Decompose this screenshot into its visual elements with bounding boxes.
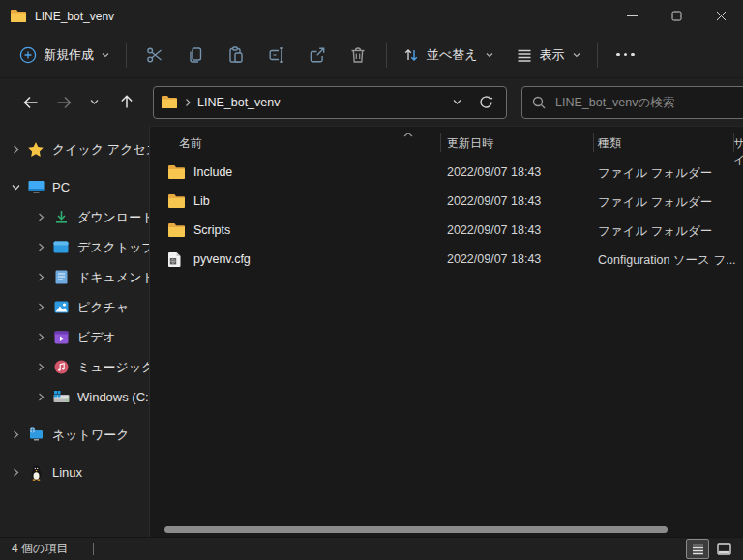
search-box[interactable] — [521, 86, 743, 119]
sidebar-item-videos[interactable]: ビデオ — [0, 322, 149, 352]
sidebar-item-downloads[interactable]: ダウンロード — [0, 202, 149, 232]
refresh-button[interactable] — [473, 90, 498, 115]
cut-button[interactable] — [134, 38, 175, 73]
sidebar-item-windows-c[interactable]: Windows (C:) — [0, 382, 149, 412]
maximize-button[interactable] — [654, 0, 698, 32]
address-folder-icon — [162, 96, 177, 108]
sidebar-item-linux[interactable]: Linux — [0, 457, 149, 487]
file-row-scripts[interactable]: Scripts 2022/09/07 18:43 ファイル フォルダー — [150, 217, 743, 246]
videos-icon — [52, 331, 70, 344]
chevron-down-icon — [101, 50, 110, 60]
paste-button[interactable] — [216, 38, 256, 73]
file-list-pane: 名前 更新日時 種類 サイ Include 2022/09/07 18:43 フ… — [150, 126, 743, 537]
breadcrumb-chevron-icon — [184, 98, 192, 107]
sidebar-item-quick-access[interactable]: クイック アクセス — [0, 134, 149, 164]
paste-icon — [226, 45, 246, 65]
drive-icon — [52, 391, 70, 403]
horizontal-scrollbar-thumb[interactable] — [164, 526, 668, 533]
column-header-type[interactable]: 種類 — [598, 135, 621, 152]
sidebar-item-label: Linux — [52, 465, 82, 480]
search-input[interactable] — [555, 96, 737, 109]
chevron-right-icon[interactable] — [33, 243, 48, 251]
sidebar-item-label: ネットワーク — [52, 427, 130, 444]
file-row-lib[interactable]: Lib 2022/09/07 18:43 ファイル フォルダー — [150, 188, 743, 217]
file-rows: Include 2022/09/07 18:43 ファイル フォルダー Lib … — [150, 159, 743, 275]
plus-circle-icon — [19, 46, 37, 64]
scissors-icon — [145, 45, 164, 65]
linux-penguin-icon — [27, 465, 45, 481]
see-more-button[interactable] — [606, 38, 646, 73]
sidebar-item-label: Windows (C:) — [77, 390, 150, 404]
copy-button[interactable] — [175, 38, 216, 73]
chevron-right-icon[interactable] — [8, 468, 23, 477]
file-name[interactable]: Lib — [193, 194, 210, 208]
chevron-right-icon[interactable] — [33, 213, 48, 221]
close-button[interactable] — [698, 0, 743, 32]
sidebar-item-music[interactable]: ミュージック — [0, 352, 149, 382]
large-thumbnails-view-toggle[interactable] — [712, 539, 735, 559]
column-resize-handle[interactable] — [733, 133, 734, 152]
sidebar-item-desktop[interactable]: デスクトップ — [0, 232, 149, 262]
ellipsis-icon — [616, 53, 635, 57]
up-button[interactable] — [112, 88, 141, 117]
folder-icon — [168, 194, 185, 211]
file-name[interactable]: Scripts — [193, 223, 230, 237]
chevron-down-icon[interactable] — [8, 183, 23, 192]
sort-button[interactable]: 並べ替え — [395, 38, 502, 73]
star-icon — [27, 142, 45, 157]
file-date: 2022/09/07 18:43 — [447, 223, 541, 237]
column-header-name[interactable]: 名前 — [179, 135, 202, 152]
file-date: 2022/09/07 18:43 — [447, 194, 541, 208]
download-icon — [52, 210, 70, 224]
toolbar-separator — [386, 43, 387, 68]
forward-button[interactable] — [49, 88, 78, 117]
chevron-right-icon[interactable] — [33, 303, 48, 311]
chevron-down-icon — [572, 50, 581, 60]
chevron-right-icon[interactable] — [33, 393, 48, 401]
folder-icon — [168, 223, 185, 240]
sidebar-item-label: ミュージック — [77, 359, 150, 376]
titlebar: LINE_bot_venv — [0, 0, 743, 32]
address-dropdown-button[interactable] — [444, 90, 469, 115]
sidebar-item-pc[interactable]: PC — [0, 172, 149, 202]
file-row-pyvenv-cfg[interactable]: pyvenv.cfg 2022/09/07 18:43 Configuratio… — [150, 246, 743, 275]
view-button[interactable]: 表示 — [508, 38, 589, 73]
file-row-include[interactable]: Include 2022/09/07 18:43 ファイル フォルダー — [150, 159, 743, 188]
address-bar[interactable]: LINE_bot_venv — [153, 86, 507, 119]
file-name[interactable]: Include — [193, 165, 232, 179]
sort-ascending-caret-icon — [403, 127, 413, 140]
column-resize-handle[interactable] — [593, 133, 594, 152]
toolbar-separator — [597, 43, 598, 68]
column-resize-handle[interactable] — [440, 133, 441, 152]
view-button-label: 表示 — [540, 46, 565, 64]
chevron-right-icon[interactable] — [33, 363, 48, 371]
sidebar-item-documents[interactable]: ドキュメント — [0, 262, 149, 292]
back-button[interactable] — [15, 88, 45, 117]
minimize-button[interactable] — [609, 0, 654, 32]
new-button[interactable]: 新規作成 — [12, 38, 118, 73]
chevron-right-icon[interactable] — [8, 430, 23, 439]
chevron-right-icon[interactable] — [33, 333, 48, 341]
recent-locations-button[interactable] — [79, 88, 108, 117]
document-icon — [52, 270, 70, 284]
folder-icon — [168, 165, 185, 182]
sidebar-item-network[interactable]: ネットワーク — [0, 420, 149, 450]
list-lines-icon — [516, 46, 533, 64]
chevron-right-icon[interactable] — [8, 145, 23, 154]
delete-button[interactable] — [338, 38, 378, 73]
sidebar-item-label: PC — [52, 180, 70, 194]
file-type: ファイル フォルダー — [598, 194, 712, 211]
file-name[interactable]: pyvenv.cfg — [193, 252, 251, 266]
breadcrumb-path[interactable]: LINE_bot_venv — [197, 96, 280, 109]
command-bar: 新規作成 — [0, 32, 743, 78]
main-area: クイック アクセス PC ダウンロード デスクトップ ドキュメント — [0, 126, 743, 537]
rename-button[interactable] — [256, 38, 297, 73]
folder-icon — [11, 10, 26, 22]
column-header-date[interactable]: 更新日時 — [447, 135, 493, 152]
status-divider — [93, 543, 94, 555]
chevron-right-icon[interactable] — [33, 273, 48, 281]
sidebar-item-pictures[interactable]: ピクチャ — [0, 292, 149, 322]
details-view-toggle[interactable] — [686, 539, 709, 559]
chevron-down-icon — [485, 50, 494, 60]
share-button[interactable] — [297, 38, 338, 73]
